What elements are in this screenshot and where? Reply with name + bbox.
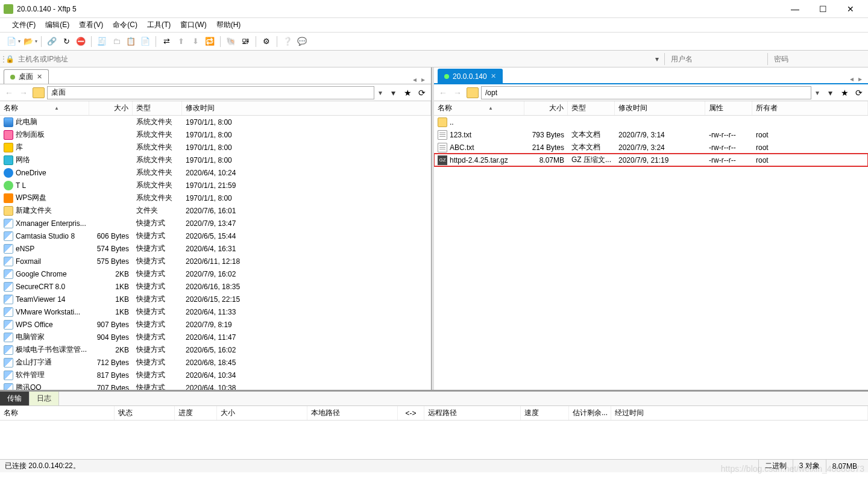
folder-icon[interactable] [467, 87, 479, 98]
upload-icon[interactable]: ⬆ [174, 35, 187, 48]
password-input[interactable] [770, 53, 868, 65]
maximize-button[interactable]: ☐ [809, 0, 837, 18]
file-row[interactable]: Camtasia Studio 8606 Bytes快捷方式2020/6/5, … [0, 230, 431, 242]
tcol-size[interactable]: 大小 [217, 406, 307, 420]
terminal-icon[interactable]: 🖳 [239, 35, 252, 48]
file-row[interactable]: Google Chrome2KB快捷方式2020/7/9, 16:02 [0, 267, 431, 280]
bookmark-icon[interactable]: ★ [401, 86, 414, 99]
file-row[interactable]: SecureCRT 8.01KB快捷方式2020/6/16, 18:35 [0, 280, 431, 293]
col-name[interactable]: 名称 [434, 101, 524, 115]
tcol-status[interactable]: 状态 [115, 406, 175, 420]
about-icon[interactable]: 💬 [295, 35, 309, 48]
download-icon[interactable]: ⬇ [189, 35, 202, 48]
tcol-dir[interactable]: <-> [398, 406, 424, 420]
local-file-list[interactable]: 此电脑系统文件夹1970/1/1, 8:00控制面板系统文件夹1970/1/1,… [0, 116, 431, 390]
close-button[interactable]: ✕ [837, 0, 864, 18]
transfer-list[interactable] [0, 421, 868, 459]
remote-tab[interactable]: 20.0.0.140 ✕ [438, 69, 503, 83]
col-size[interactable]: 大小 [89, 101, 133, 115]
menu-window[interactable]: 窗口(W) [175, 19, 211, 31]
col-type[interactable]: 类型 [133, 101, 182, 115]
refresh-icon[interactable]: ⟳ [415, 86, 429, 99]
menu-view[interactable]: 查看(V) [74, 19, 108, 31]
file-row[interactable]: 极域电子书包课堂管...2KB快捷方式2020/6/5, 16:02 [0, 343, 431, 356]
menu-edit[interactable]: 编辑(E) [40, 19, 74, 31]
properties-icon[interactable]: 🧾 [95, 35, 108, 48]
col-type[interactable]: 类型 [568, 101, 615, 115]
help-icon[interactable]: ❔ [281, 35, 294, 48]
sync-icon[interactable]: 🔁 [203, 35, 216, 48]
file-row[interactable]: ABC.txt214 Bytes文本文档2020/7/9, 3:24-rw-r-… [434, 141, 868, 154]
host-input[interactable] [14, 53, 652, 65]
tab-next-icon[interactable]: ▸ [419, 75, 427, 84]
file-row[interactable]: eNSP574 Bytes快捷方式2020/6/4, 16:31 [0, 242, 431, 255]
up-icon[interactable]: ▾ [386, 86, 400, 99]
xshell-icon[interactable]: 🐚 [224, 35, 237, 48]
new-session-icon[interactable]: 📄 [5, 35, 18, 48]
menu-command[interactable]: 命令(C) [108, 19, 142, 31]
bookmark-icon[interactable]: ★ [838, 86, 851, 99]
remote-path-input[interactable]: /opt [481, 86, 811, 99]
back-icon[interactable]: ← [436, 86, 450, 99]
tcol-eta[interactable]: 估计剩余... [569, 406, 611, 420]
file-row[interactable]: 新建文件夹文件夹2020/7/6, 16:01 [0, 204, 431, 217]
col-owner[interactable]: 所有者 [752, 101, 868, 115]
up-icon[interactable]: ▾ [823, 86, 837, 99]
tcol-elapsed[interactable]: 经过时间 [611, 406, 868, 420]
file-row[interactable]: 腾讯QQ707 Bytes快捷方式2020/6/4, 10:38 [0, 381, 431, 390]
tcol-progress[interactable]: 进度 [175, 406, 217, 420]
username-input[interactable] [667, 53, 765, 65]
col-size[interactable]: 大小 [524, 101, 568, 115]
new-folder-icon[interactable]: 🗀 [110, 35, 123, 48]
file-row[interactable]: 金山打字通712 Bytes快捷方式2020/6/8, 18:45 [0, 356, 431, 369]
forward-icon[interactable]: → [17, 86, 30, 99]
file-row[interactable]: 库系统文件夹1970/1/1, 8:00 [0, 141, 431, 154]
reconnect-icon[interactable]: ↻ [60, 35, 73, 48]
disconnect-icon[interactable]: ⛔ [74, 35, 87, 48]
file-row[interactable]: GZhttpd-2.4.25.tar.gz8.07MBGZ 压缩文...2020… [434, 154, 868, 166]
path-dropdown-icon[interactable]: ▾ [376, 89, 385, 97]
tab-transfers[interactable]: 传输 [0, 392, 30, 405]
path-dropdown-icon[interactable]: ▾ [813, 89, 822, 97]
tcol-remote[interactable]: 远程路径 [424, 406, 521, 420]
file-row[interactable]: WPS网盘系统文件夹1970/1/1, 8:00 [0, 192, 431, 204]
file-row[interactable]: 网络系统文件夹1970/1/1, 8:00 [0, 154, 431, 166]
tab-prev-icon[interactable]: ◂ [410, 75, 419, 84]
file-row[interactable]: Foxmail575 Bytes快捷方式2020/6/11, 12:18 [0, 255, 431, 267]
file-row[interactable]: 此电脑系统文件夹1970/1/1, 8:00 [0, 116, 431, 128]
paste-icon[interactable]: 📄 [139, 35, 152, 48]
menu-file[interactable]: 文件(F) [7, 19, 40, 31]
tab-log[interactable]: 日志 [30, 392, 59, 405]
file-row[interactable]: 控制面板系统文件夹1970/1/1, 8:00 [0, 128, 431, 141]
connect-icon[interactable]: 🔗 [45, 35, 58, 48]
refresh-icon[interactable]: ⟳ [852, 86, 866, 99]
menu-tools[interactable]: 工具(T) [142, 19, 175, 31]
host-dropdown-icon[interactable]: ▾ [652, 55, 662, 63]
transfer-icon[interactable]: ⇄ [160, 35, 173, 48]
minimize-button[interactable]: — [781, 0, 809, 18]
local-tab-desktop[interactable]: 桌面 ✕ [4, 69, 49, 84]
file-row[interactable]: OneDrive系统文件夹2020/6/4, 10:24 [0, 166, 431, 179]
close-tab-icon[interactable]: ✕ [491, 72, 496, 80]
file-row[interactable]: .. [434, 116, 868, 128]
forward-icon[interactable]: → [451, 86, 464, 99]
col-attr[interactable]: 属性 [705, 101, 752, 115]
folder-icon[interactable] [33, 87, 45, 98]
file-row[interactable]: VMware Workstati...1KB快捷方式2020/6/4, 11:3… [0, 305, 431, 318]
back-icon[interactable]: ← [2, 86, 16, 99]
file-row[interactable]: 电脑管家904 Bytes快捷方式2020/6/4, 11:47 [0, 331, 431, 343]
tab-prev-icon[interactable]: ◂ [848, 75, 856, 83]
tcol-name[interactable]: 名称 [0, 406, 115, 420]
remote-file-list[interactable]: ..123.txt793 Bytes文本文档2020/7/9, 3:14-rw-… [434, 116, 868, 390]
local-path-input[interactable]: 桌面 [47, 86, 374, 99]
col-name[interactable]: 名称 [0, 101, 89, 115]
file-row[interactable]: 123.txt793 Bytes文本文档2020/7/9, 3:14-rw-r-… [434, 128, 868, 141]
tab-next-icon[interactable]: ▸ [856, 75, 864, 83]
close-tab-icon[interactable]: ✕ [37, 73, 42, 81]
file-row[interactable]: TeamViewer 141KB快捷方式2020/6/15, 22:15 [0, 293, 431, 305]
tcol-speed[interactable]: 速度 [521, 406, 569, 420]
copy-icon[interactable]: 📋 [124, 35, 137, 48]
settings-icon[interactable]: ⚙ [260, 35, 273, 48]
menu-help[interactable]: 帮助(H) [212, 19, 246, 31]
open-icon[interactable]: 📂 [22, 35, 35, 48]
